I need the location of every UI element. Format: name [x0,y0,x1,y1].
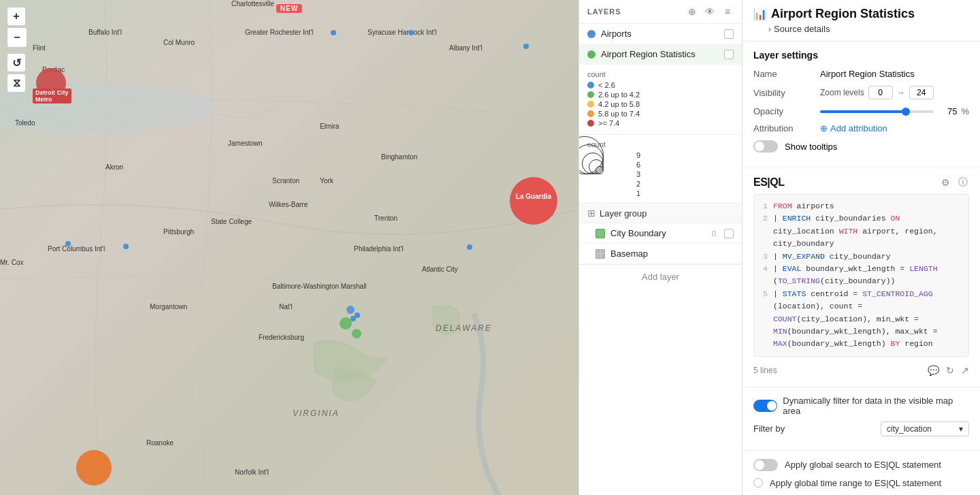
basemap-label: Basemap [610,249,734,259]
attribution-row: Attribution ⊕ Add attribution [753,123,969,133]
circle-val-9: 9 [636,151,640,159]
visibility-row: Visibility Zoom levels → [753,86,969,99]
esql-settings-icon[interactable]: ⚙ [939,176,951,189]
line-content-3: | MV_EXPAND city_boundary [773,251,963,263]
line-num-1: 1 [760,200,768,212]
chart-icon: 📊 [753,7,767,20]
line-content-2: | ENRICH city_boundaries ON city_locatio… [773,212,963,250]
filter-by-select[interactable]: city_location ▾ [881,421,969,436]
zoom-min-input[interactable] [868,86,893,99]
more-icon[interactable]: ≡ [721,5,734,18]
legend-dot-0 [587,82,594,89]
legend-text-2: 4.2 up to 5.8 [598,100,640,108]
line-content-1: FROM airports [773,200,963,212]
right-panel: 📊 Airport Region Statistics › Source det… [742,0,980,495]
add-layer-btn[interactable]: Add layer [579,264,742,289]
map-zoom-in[interactable]: − [7,28,27,47]
dynamic-filter-row: Dynamically filter for data in the visib… [753,396,969,416]
chevron-down-icon: ▾ [959,424,963,434]
opacity-slider-row[interactable]: 75 % [820,106,969,116]
name-label: Name [753,69,815,79]
code-line-2: 2 | ENRICH city_boundaries ON city_locat… [760,212,963,250]
circle-legend-section: count 9 6 3 2 1 [579,135,742,204]
legend-text-4: >= 7.4 [598,119,619,127]
filter-select-value: city_location [887,424,932,434]
line-content-5: | STATS centroid = ST_CENTROID_AGG (loca… [773,288,963,351]
basemap-icon [595,249,605,259]
circle-val-3: 3 [636,170,640,178]
layers-group-icon: ⊞ [587,208,595,219]
airport-marker-rochester [331,30,336,35]
bottom-options: Apply global search to ES|QL statement A… [742,451,980,495]
source-details-link[interactable]: Source details [774,24,830,34]
line-num-3: 3 [760,251,768,263]
legend-row-3: 5.8 up to 7.4 [587,110,734,118]
add-attribution-btn[interactable]: ⊕ Add attribution [820,123,887,133]
visibility-label: Visibility [753,88,815,98]
global-search-toggle[interactable] [753,459,778,471]
external-link-icon[interactable]: ↗ [961,365,969,376]
layers-icons: ⊕ 👁 ≡ [686,5,734,18]
zoom-max-input[interactable] [909,86,934,99]
legend-dot-1 [587,91,594,98]
attribution-label: Attribution [753,123,815,133]
legend-dot-2 [587,101,594,108]
marker-detroit-city [36,68,66,98]
code-line-5: 5 | STATS centroid = ST_CENTROID_AGG (lo… [760,288,963,351]
esql-header: ES|QL ⚙ ⓘ [753,176,969,189]
airport-marker-columbus [123,244,129,249]
refresh-icon[interactable]: ↻ [946,365,954,376]
line-num-4: 4 [760,263,768,288]
map-area[interactable]: NEW Flint Pontiac Toledo Akron Port Colu… [0,0,578,495]
filter-icon[interactable]: ⊕ [686,5,698,18]
circle-labels: 9 6 3 2 1 [636,151,640,197]
circle-count-label: count [587,140,734,148]
esql-code-block[interactable]: 1 FROM airports 2 | ENRICH city_boundari… [753,194,969,357]
layer-airport-stats[interactable]: Airport Region Statistics [579,44,742,65]
name-value: Airport Region Statistics [820,69,969,79]
esql-info-icon[interactable]: ⓘ [957,176,969,189]
layer-group-name: Layer group [600,208,647,219]
marker-norfolk [76,450,112,485]
layer-airports[interactable]: Airports [579,24,742,44]
esql-section: ES|QL ⚙ ⓘ 1 FROM airports 2 | ENRICH cit… [742,168,980,387]
layer-group-header[interactable]: ⊞ Layer group [579,204,742,223]
map-add-btn[interactable]: + [7,7,26,26]
circle-val-2: 2 [636,180,640,188]
circle-visual [587,154,628,195]
dynamic-filter-section: Dynamically filter for data in the visib… [742,387,980,451]
map-layers-btn[interactable]: ⧖ [7,74,26,93]
global-time-radio[interactable] [753,478,763,488]
layers-panel: LAYERS ⊕ 👁 ≡ Airports Airport Region Sta… [578,0,742,495]
airport-stats-checkbox[interactable] [724,50,734,59]
circle-val-6: 6 [636,161,640,169]
comment-icon[interactable]: 💬 [928,365,939,376]
marker-laguardia [510,177,557,225]
global-search-toggle-thumb [755,460,764,470]
layer-city-boundary[interactable]: City Boundary 0 [579,223,742,244]
legend-dot-4 [587,120,594,127]
svg-point-0 [0,84,216,133]
layer-basemap[interactable]: Basemap [579,244,742,264]
airports-label: Airports [601,29,719,39]
airport-marker-columbus2 [65,241,71,246]
eye-icon[interactable]: 👁 [704,5,716,18]
dynamic-filter-toggle[interactable] [753,400,777,412]
airport-marker-philly [467,244,472,250]
city-boundary-checkbox[interactable] [724,229,734,238]
panel-title: Airport Region Statistics [771,7,915,21]
airports-checkbox[interactable] [724,29,734,39]
map-recenter[interactable]: ↺ [7,53,26,72]
lines-count: 5 lines [753,366,777,375]
legend-text-0: < 2.6 [598,81,615,89]
airport-stats-dot [587,50,595,59]
opacity-slider[interactable] [820,110,934,113]
global-time-label: Apply global time range to ES|QL stateme… [770,478,941,488]
attribution-add-row: ⊕ Add attribution [820,123,969,133]
legend-row-1: 2.6 up to 4.2 [587,91,734,99]
count-legend-section: count < 2.6 2.6 up to 4.2 4.2 up to 5.8 … [579,65,742,135]
tooltips-toggle[interactable] [753,140,778,153]
airport-stats-label: Airport Region Statistics [601,49,719,59]
airports-dot [587,30,595,38]
dynamic-filter-text: Dynamically filter for data in the visib… [783,396,969,416]
